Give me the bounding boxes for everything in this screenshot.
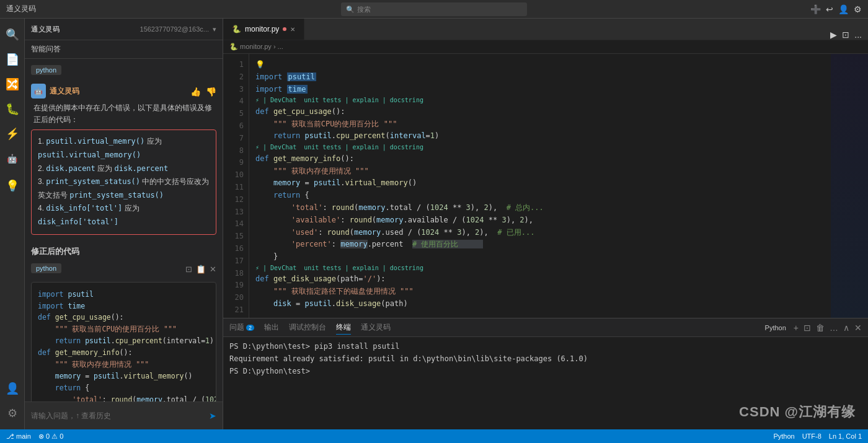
chat-input-area[interactable]: ➤ bbox=[25, 401, 223, 429]
panel-area: 问题2 输出 调试控制台 终端 通义灵码 Python + ⊡ 🗑 … ∧ bbox=[223, 318, 868, 429]
activity-person[interactable]: 👤 bbox=[1, 377, 24, 400]
chat-panel: python 🤖 通义灵码 👍 👎 在提供的脚本中存在几个错误，以下是具体的错误… bbox=[25, 59, 223, 401]
eline-2: 💡 bbox=[255, 59, 825, 71]
sidebar: 通义灵码 15623770792@163c... ▾ 智能问答 python 🤖 bbox=[25, 19, 223, 429]
eline-23: """ 获取指定路径下的磁盘使用情况 """ bbox=[255, 286, 825, 298]
terminal-line-1: PS D:\python\test> pip3 install psutil bbox=[229, 341, 862, 353]
panel-actions: Python + ⊡ 🗑 … ∧ ✕ bbox=[765, 323, 862, 333]
search-placeholder: 搜索 bbox=[357, 5, 371, 14]
panel-add-icon[interactable]: + bbox=[794, 323, 799, 333]
activity-git[interactable]: 🔀 bbox=[1, 73, 24, 95]
code-block-icons: ⊡ 📋 ✕ bbox=[185, 265, 216, 274]
file-icon-bc: 🐍 bbox=[229, 43, 238, 50]
send-icon[interactable]: ➤ bbox=[209, 411, 216, 421]
status-bar: ⎇ main ⊗ 0 ⚠ 0 Python UTF-8 Ln 1, Col 1 bbox=[0, 429, 868, 443]
top-bar: 通义灵码 🔍 搜索 ➕ ↩ 👤 ⚙ bbox=[0, 0, 868, 19]
split-icon[interactable]: ⊡ bbox=[842, 30, 849, 40]
eline-6: ⚡ | DevChat unit tests | explain | docst… bbox=[255, 95, 825, 106]
activity-bar: 🔍 📄 🔀 🐛 ⚡ 🤖 💡 👤 ⚙ bbox=[0, 19, 25, 429]
activity-ai[interactable]: 🤖 bbox=[1, 147, 24, 170]
terminal-line-2: Requirement already satisfied: psutil in… bbox=[229, 353, 862, 366]
app-title: 通义灵码 bbox=[6, 4, 36, 14]
lang-badge: python bbox=[31, 65, 61, 75]
terminal-line-3: PS D:\python\test> bbox=[229, 366, 862, 378]
code-line-5: def get_cpu_usage(): bbox=[38, 312, 210, 323]
panel-tab-tongyi[interactable]: 通义灵码 bbox=[361, 321, 391, 334]
panel-close-icon[interactable]: ✕ bbox=[854, 323, 862, 333]
tab-close-btn[interactable]: ✕ bbox=[290, 26, 295, 33]
more-code-icon[interactable]: ✕ bbox=[210, 265, 216, 274]
tab-label: monitor.py bbox=[245, 25, 279, 33]
settings-icon[interactable]: ⚙ bbox=[854, 4, 862, 14]
activity-debug[interactable]: 🐛 bbox=[1, 98, 24, 120]
activity-search[interactable]: 🔍 bbox=[1, 24, 24, 46]
line-numbers: 12345 678910 1112131415 1617181920 2122 bbox=[223, 54, 249, 318]
thumbs-up-icon[interactable]: 👍 bbox=[190, 87, 201, 97]
error-2: 2. disk.pacent 应为 disk.percent bbox=[38, 162, 210, 176]
status-errors[interactable]: ⊗ 0 ⚠ 0 bbox=[38, 432, 63, 441]
eline-18: 'used': round(memory.used / (1024 ** 3),… bbox=[255, 227, 825, 239]
sidebar-sub-header: 智能问答 bbox=[25, 40, 223, 59]
activity-extensions[interactable]: ⚡ bbox=[1, 123, 24, 145]
search-icon: 🔍 bbox=[346, 6, 355, 14]
eline-3: import psutil bbox=[255, 71, 825, 84]
error-4: 4. disk_info['totl'] 应为 disk_info['total… bbox=[38, 202, 210, 229]
panel-trash-icon[interactable]: 🗑 bbox=[816, 323, 825, 333]
fix-title: 修正后的代码 bbox=[31, 246, 216, 257]
python-lang-label: Python bbox=[765, 324, 786, 331]
code-block-header: python ⊡ 📋 ✕ bbox=[31, 263, 216, 276]
more-icon[interactable]: ... bbox=[854, 30, 862, 40]
tab-monitor-py[interactable]: 🐍 monitor.py ✕ bbox=[223, 19, 304, 40]
panel-more-icon[interactable]: … bbox=[830, 323, 838, 333]
eline-15: return { bbox=[255, 190, 825, 202]
activity-gear[interactable]: ⚙ bbox=[1, 402, 24, 424]
code-lang: python bbox=[31, 263, 61, 273]
top-bar-right: ➕ ↩ 👤 ⚙ bbox=[810, 4, 862, 14]
status-git[interactable]: ⎇ main bbox=[6, 432, 31, 441]
activity-tongyi[interactable]: 💡 bbox=[1, 175, 24, 197]
editor-actions: ▶ ⊡ ... bbox=[830, 30, 868, 40]
status-encoding[interactable]: UTF-8 bbox=[802, 432, 822, 440]
panel-tab-debug[interactable]: 调试控制台 bbox=[289, 321, 326, 334]
activity-explorer[interactable]: 📄 bbox=[1, 48, 24, 71]
panel-tab-terminal[interactable]: 终端 bbox=[336, 321, 351, 335]
editor-area: 🐍 monitor.py ✕ ▶ ⊡ ... 🐍 monitor.py bbox=[223, 19, 868, 429]
ai-avatar: 🤖 bbox=[31, 84, 46, 99]
eline-12: def get_memory_info(): bbox=[255, 153, 825, 165]
panel-chevron-icon[interactable]: ∧ bbox=[843, 323, 849, 333]
undo-icon[interactable]: ↩ bbox=[826, 4, 833, 14]
eline-19: 'percent': memory.percent # 使用百分比 bbox=[255, 239, 825, 251]
eline-14: memory = psutil.virtual_memory() bbox=[255, 177, 825, 190]
panel-split-icon[interactable]: ⊡ bbox=[804, 323, 811, 333]
eline-22b: def get_disk_usage(path='/'): bbox=[255, 273, 825, 286]
panel-tab-output[interactable]: 输出 bbox=[264, 321, 279, 334]
code-line-10: """ 获取内存使用情况 """ bbox=[38, 359, 210, 371]
code-line-3: import time bbox=[38, 300, 210, 312]
panel-tab-problems[interactable]: 问题2 bbox=[229, 321, 254, 334]
editor-code-area: 12345 678910 1112131415 1617181920 2122 … bbox=[223, 54, 868, 318]
code-line-9: def get_memory_info(): bbox=[38, 347, 210, 359]
chat-input[interactable] bbox=[31, 411, 205, 420]
thumbs-down-icon[interactable]: 👎 bbox=[206, 87, 216, 97]
sidebar-header: 通义灵码 15623770792@163c... ▾ bbox=[25, 19, 223, 40]
status-linecol[interactable]: Ln 1, Col 1 bbox=[829, 432, 862, 440]
copy-code-icon[interactable]: ⊡ bbox=[185, 265, 192, 274]
eline-4: import time bbox=[255, 84, 825, 96]
insert-code-icon[interactable]: 📋 bbox=[196, 265, 206, 274]
run-icon[interactable]: ▶ bbox=[830, 30, 837, 40]
error-intro: 在提供的脚本中存在几个错误，以下是具体的错误及修正后的代码： bbox=[31, 102, 216, 126]
dropdown-icon[interactable]: ▾ bbox=[213, 25, 216, 33]
editor-panel-container: 12345 678910 1112131415 1617181920 2122 … bbox=[223, 54, 868, 429]
editor-tabs: 🐍 monitor.py ✕ ▶ ⊡ ... bbox=[223, 19, 868, 40]
ai-name: 通义灵码 bbox=[50, 86, 79, 97]
eline-16: 'total': round(memory.total / (1024 ** 3… bbox=[255, 202, 825, 214]
status-lang[interactable]: Python bbox=[773, 432, 794, 440]
editor-code[interactable]: 💡 import psutil import time ⚡ | DevChat … bbox=[249, 54, 831, 318]
add-icon[interactable]: ➕ bbox=[810, 4, 821, 14]
problem-badge: 2 bbox=[246, 325, 254, 331]
search-bar[interactable]: 🔍 搜索 bbox=[341, 2, 527, 16]
code-line-11: memory = psutil.virtual_memory() bbox=[38, 371, 210, 382]
user-icon[interactable]: 👤 bbox=[838, 4, 849, 14]
eline-22: ⚡ | DevChat unit tests | explain | docst… bbox=[255, 263, 825, 274]
eline-11: ⚡ | DevChat unit tests | explain | docst… bbox=[255, 143, 825, 153]
